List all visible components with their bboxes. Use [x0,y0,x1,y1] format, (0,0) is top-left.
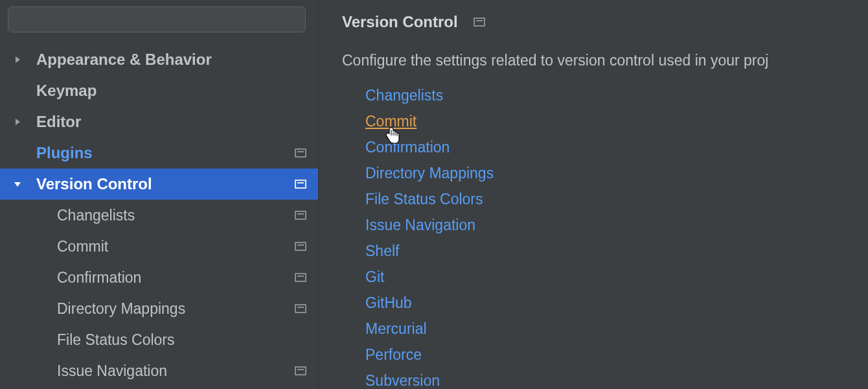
tree-item-label: File Status Colors [57,331,309,349]
tree-item-label: Directory Mappings [57,300,295,318]
search-input[interactable] [8,6,306,32]
chevron-down-icon[interactable] [13,180,36,189]
settings-link-file-status-colors[interactable]: File Status Colors [365,186,483,212]
settings-link-commit[interactable]: Commit [365,108,417,134]
tree-item-label: Keymap [36,82,309,100]
tree-item-label: Changelists [57,207,295,224]
settings-link-directory-mappings[interactable]: Directory Mappings [365,160,494,186]
settings-link-changelists[interactable]: Changelists [365,82,443,108]
tree-item-label: Version Control [36,175,295,193]
page-title: Version Control [342,13,458,31]
project-scope-icon [474,18,485,27]
tree-item-appearance-behavior[interactable]: Appearance & Behavior [0,44,318,75]
project-scope-icon [295,242,306,251]
tree-item-version-control[interactable]: Version Control [0,169,318,200]
settings-link-subversion[interactable]: Subversion [365,368,440,389]
chevron-right-icon[interactable] [13,55,36,64]
settings-link-issue-navigation[interactable]: Issue Navigation [365,212,475,238]
tree-item-changelists[interactable]: Changelists [0,200,318,231]
project-scope-icon [295,211,306,220]
search-wrapper [0,0,318,39]
settings-link-github[interactable]: GitHub [365,290,412,316]
project-scope-icon [295,366,306,375]
settings-link-git[interactable]: Git [365,264,384,290]
settings-link-list: ChangelistsCommitConfirmationDirectory M… [342,82,868,389]
tree-item-commit[interactable]: Commit [0,231,318,262]
main-header: Version Control [342,13,868,31]
search-container [8,6,310,32]
settings-sidebar: Appearance & BehaviorKeymapEditorPlugins… [0,0,319,389]
tree-item-label: Confirmation [57,269,295,287]
tree-item-label: Issue Navigation [57,362,295,380]
tree-item-issue-navigation[interactable]: Issue Navigation [0,355,318,386]
settings-main-panel: Version Control Configure the settings r… [319,0,868,389]
chevron-right-icon[interactable] [13,117,36,126]
project-scope-icon [295,148,306,158]
settings-link-shelf[interactable]: Shelf [365,238,399,264]
page-description: Configure the settings related to versio… [342,52,868,69]
project-scope-icon [295,304,306,313]
tree-item-directory-mappings[interactable]: Directory Mappings [0,293,318,324]
tree-item-confirmation[interactable]: Confirmation [0,262,318,293]
settings-tree: Appearance & BehaviorKeymapEditorPlugins… [0,39,318,389]
settings-link-perforce[interactable]: Perforce [365,342,422,368]
settings-link-confirmation[interactable]: Confirmation [365,134,450,160]
settings-link-mercurial[interactable]: Mercurial [365,316,427,342]
tree-item-label: Appearance & Behavior [36,51,309,69]
project-scope-icon [295,273,306,282]
tree-item-label: Commit [57,238,295,255]
tree-item-keymap[interactable]: Keymap [0,75,318,106]
tree-item-label: Plugins [36,144,295,162]
tree-item-label: Editor [36,113,309,131]
tree-item-plugins[interactable]: Plugins [0,137,318,169]
tree-item-file-status-colors[interactable]: File Status Colors [0,324,318,355]
tree-item-editor[interactable]: Editor [0,106,318,137]
project-scope-icon [295,180,306,189]
